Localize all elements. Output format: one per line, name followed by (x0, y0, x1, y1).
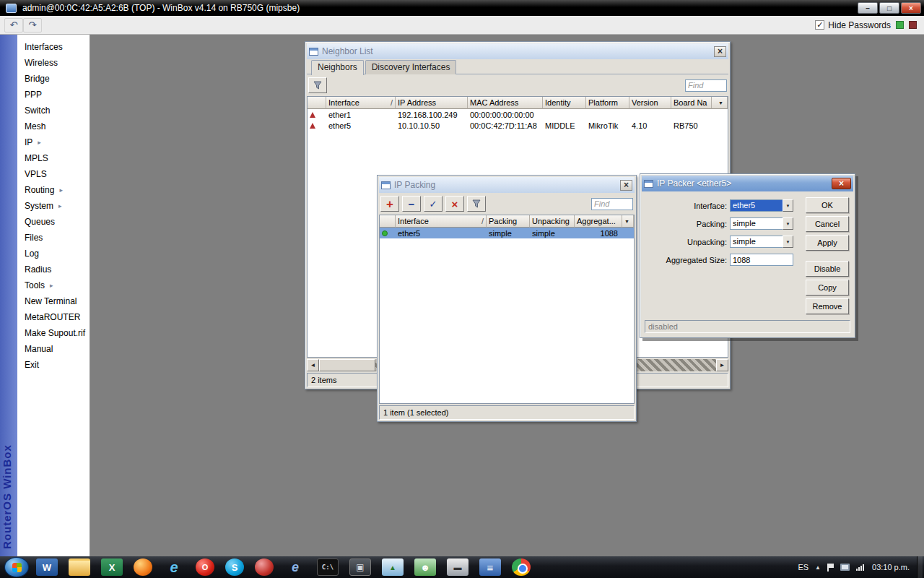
users-icon[interactable] (414, 558, 436, 576)
column-header-board-na[interactable]: Board Na (671, 97, 712, 109)
console-icon[interactable] (349, 558, 371, 576)
firefox-icon[interactable] (134, 558, 152, 576)
enable-button[interactable]: ✓ (424, 196, 443, 212)
add-button[interactable]: + (380, 196, 399, 212)
terminal-icon[interactable] (447, 558, 468, 576)
sidebar-item-tools[interactable]: Tools▸ (17, 277, 90, 293)
chrome-icon[interactable] (512, 558, 531, 576)
column-header-blank[interactable] (308, 97, 326, 109)
clock[interactable]: 03:10 p.m. (872, 563, 910, 571)
sidebar-item-log[interactable]: Log (17, 246, 90, 262)
ip-packing-titlebar[interactable]: IP Packing × (379, 177, 635, 193)
language-indicator[interactable]: ES (798, 563, 808, 571)
column-header-mac-address[interactable]: MAC Address (468, 97, 543, 109)
column-chooser-button[interactable]: ▼ (622, 215, 634, 228)
sidebar-item-radius[interactable]: Radius (17, 262, 90, 277)
remove-button[interactable]: − (402, 196, 421, 212)
neighbor-filter-button[interactable] (308, 77, 327, 93)
column-header-ip-address[interactable]: IP Address (396, 97, 468, 109)
packing-row[interactable]: ether5simplesimple1088 (380, 228, 634, 238)
apply-button[interactable]: Apply (806, 235, 849, 251)
show-hidden-icons-button[interactable]: ▲ (815, 564, 821, 571)
sidebar-item-new-terminal[interactable]: New Terminal (17, 293, 90, 309)
action-center-flag-icon[interactable] (827, 564, 834, 571)
explorer-icon[interactable] (69, 558, 90, 576)
column-header-packing[interactable]: Packing (487, 215, 530, 228)
photos-icon[interactable] (382, 558, 404, 576)
neighbor-close-icon[interactable]: × (714, 46, 726, 57)
column-header-blank[interactable] (380, 215, 396, 228)
network-signal-icon[interactable] (856, 564, 866, 571)
remove-button[interactable]: Remove (806, 298, 849, 314)
ok-button[interactable]: OK (806, 197, 849, 213)
aggregated-size-input[interactable] (730, 254, 793, 266)
close-button[interactable]: × (901, 2, 921, 14)
packing-combobox[interactable]: simple▼ (730, 217, 793, 230)
interface-combobox[interactable]: ether5▼ (730, 199, 793, 212)
filter-button[interactable] (467, 196, 486, 212)
sidebar-item-wireless[interactable]: Wireless (17, 55, 90, 71)
sidebar-item-manual[interactable]: Manual (17, 341, 90, 357)
copy-button[interactable]: Copy (806, 280, 849, 296)
sidebar-item-files[interactable]: Files (17, 230, 90, 246)
disable-button[interactable]: × (445, 196, 464, 212)
redo-icon[interactable]: ↷ (23, 18, 42, 33)
browser-icon[interactable] (284, 558, 306, 576)
sidebar-item-mpls[interactable]: MPLS (17, 150, 90, 166)
app-titlebar[interactable]: admin@00:0C:42:A5:A2:6B (TOP) - WinBox v… (0, 0, 924, 16)
column-header-unpacking[interactable]: Unpacking (530, 215, 575, 228)
packer-close-icon[interactable]: × (832, 178, 851, 189)
neighbor-row[interactable]: ether1192.168.100.24900:00:00:00:00:00 (308, 109, 728, 120)
combo-arrow-button[interactable]: ▼ (783, 217, 793, 230)
unpacking-combobox[interactable]: simple▼ (730, 236, 793, 248)
sidebar-item-ip[interactable]: IP▸ (17, 134, 90, 150)
column-header-interface[interactable]: Interface/ (326, 97, 396, 109)
ie-icon[interactable] (163, 558, 185, 576)
combo-arrow-button[interactable]: ▼ (783, 199, 793, 212)
notes-icon[interactable] (479, 558, 501, 576)
tab-discovery-interfaces[interactable]: Discovery Interfaces (365, 60, 457, 74)
display-icon[interactable] (840, 564, 850, 571)
cmd-icon[interactable] (317, 558, 339, 576)
sidebar-item-make-supout-rif[interactable]: Make Supout.rif (17, 325, 90, 341)
red-app-icon[interactable] (255, 558, 274, 576)
scroll-right-icon[interactable]: ► (716, 359, 728, 371)
scroll-left-icon[interactable]: ◄ (307, 359, 319, 371)
hide-passwords-checkbox[interactable]: ✓ Hide Passwords (815, 20, 891, 30)
column-header-aggregat[interactable]: Aggregat... (575, 215, 622, 228)
sidebar-item-vpls[interactable]: VPLS (17, 166, 90, 182)
minimize-button[interactable]: – (858, 2, 878, 14)
find-input[interactable] (685, 79, 727, 92)
undo-icon[interactable]: ↶ (4, 18, 23, 33)
column-header-platform[interactable]: Platform (586, 97, 629, 109)
sidebar-item-queues[interactable]: Queues (17, 214, 90, 230)
combo-arrow-button[interactable]: ▼ (783, 236, 793, 248)
column-chooser-button[interactable]: ▼ (712, 97, 728, 109)
scrollbar-thumb[interactable] (319, 359, 375, 371)
tab-neighbors[interactable]: Neighbors (311, 60, 364, 75)
sidebar-item-ppp[interactable]: PPP (17, 87, 90, 103)
sidebar-item-switch[interactable]: Switch (17, 103, 90, 118)
sidebar-item-bridge[interactable]: Bridge (17, 71, 90, 87)
ip-packer-titlebar[interactable]: IP Packer <ether5> × (642, 176, 853, 191)
sidebar-item-mesh[interactable]: Mesh (17, 118, 90, 134)
column-header-interface[interactable]: Interface/ (396, 215, 487, 228)
sidebar-item-system[interactable]: System▸ (17, 198, 90, 214)
column-header-identity[interactable]: Identity (543, 97, 586, 109)
show-desktop-button[interactable] (917, 556, 923, 578)
sidebar-item-routing[interactable]: Routing▸ (17, 182, 90, 198)
sidebar-item-interfaces[interactable]: Interfaces (17, 39, 90, 55)
skype-icon[interactable] (225, 558, 244, 576)
start-button[interactable] (4, 557, 29, 577)
excel-icon[interactable] (101, 558, 123, 576)
cancel-button[interactable]: Cancel (806, 216, 849, 232)
neighbor-list-titlebar[interactable]: Neighbor List × (307, 43, 728, 59)
packing-close-icon[interactable]: × (620, 180, 632, 191)
maximize-button[interactable]: □ (879, 2, 899, 14)
disable-button[interactable]: Disable (806, 261, 849, 277)
sidebar-item-metarouter[interactable]: MetaROUTER (17, 309, 90, 325)
find-input[interactable] (591, 198, 633, 210)
column-header-version[interactable]: Version (629, 97, 671, 109)
opera-icon[interactable] (196, 558, 214, 576)
word-icon[interactable] (36, 558, 58, 576)
